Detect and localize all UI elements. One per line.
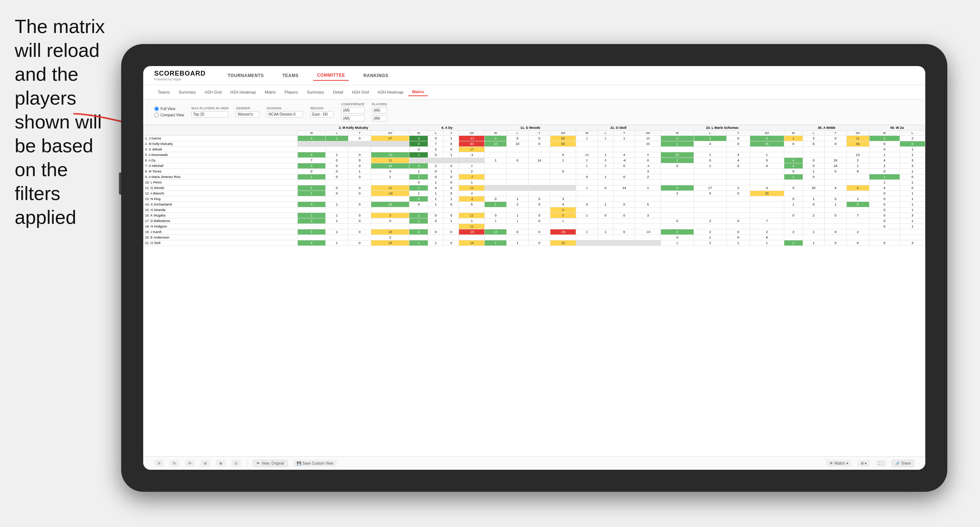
sub-l4: L <box>598 131 613 136</box>
full-view-option[interactable]: Full View <box>154 106 184 111</box>
table-row: 11. G Woods 50011 14011 10141 01724 0204… <box>143 185 925 191</box>
gender-select[interactable]: Women's Men's <box>236 111 259 117</box>
nav-tournaments[interactable]: TOURNAMENTS <box>224 71 268 80</box>
redo-button[interactable]: ↻ <box>170 460 179 467</box>
view-icon: 👁 <box>256 461 260 465</box>
table-row: 15. H Stranda 9 01 <box>143 207 925 213</box>
compact-view-radio[interactable] <box>154 113 159 117</box>
players-select[interactable]: (All) <box>372 107 387 113</box>
col-header-ady: 6. A Dy <box>409 125 485 131</box>
matrix-table: 2. M Kelly Mulcahy 6. A Dy 11. G Woods 2… <box>143 125 925 246</box>
sub-w2: W <box>409 131 428 136</box>
watch-button[interactable]: 👁 Watch ▾ <box>826 460 851 467</box>
nav-bar: SCOREBOARD Powered by clippd TOURNAMENTS… <box>143 66 925 85</box>
player-col-header <box>143 125 298 136</box>
player-name: 11. G Woods <box>143 185 298 191</box>
sub-l5: L <box>694 131 727 136</box>
subnav-h2h-heatmap[interactable]: H2H Heatmap <box>227 89 259 96</box>
share-icon: 🔗 <box>895 461 900 465</box>
player-name: 18. H Hodgson <box>143 224 298 229</box>
conference-label: Conference <box>341 102 364 106</box>
division-select[interactable]: NCAA Division II NCAA Division I NCAA Di… <box>267 111 303 117</box>
player-name: 9. A Maria Jimenez Rios <box>143 174 298 180</box>
player-name: 3. S Jelinek <box>143 147 298 152</box>
table-row: 5. A Nomrowski 310-11 101-1 0 14140 2513… <box>143 152 925 158</box>
player-name: 21. O Stoll <box>143 240 298 246</box>
player-name: 2. M Kelly Mulcahy <box>143 141 298 147</box>
col-header-za: 60. W Za <box>869 125 925 131</box>
col-header-stoll: 21. O Stoll <box>576 125 661 131</box>
full-view-label: Full View <box>161 107 175 111</box>
tablet-device: SCOREBOARD Powered by clippd TOURNAMENTS… <box>121 44 947 492</box>
table-container[interactable]: 2. M Kelly Mulcahy 6. A Dy 11. G Woods 2… <box>143 125 925 456</box>
subnav-h2h-grid2[interactable]: H2H Grid <box>348 89 373 96</box>
subnav-h2h-grid[interactable]: H2H Grid <box>201 89 225 96</box>
conference-select[interactable]: (All) <box>341 107 364 113</box>
settings-button[interactable]: ⚙ ▾ <box>858 460 870 467</box>
player-name: 8. M Torres <box>143 169 298 174</box>
gender-label: Gender <box>236 106 259 110</box>
table-row: 6. A Dy 70011 10141 20-40 1040 40242 43 <box>143 158 925 163</box>
sub-t3: T <box>528 131 550 136</box>
subnav-detail[interactable]: Detail <box>329 89 347 96</box>
sub-l6: L <box>803 131 825 136</box>
col-header-webb: 38. A Webb <box>784 125 869 131</box>
zoom-out-button[interactable]: ⊖ <box>200 460 210 467</box>
full-view-radio[interactable] <box>154 106 159 111</box>
sub-l3: L <box>506 131 528 136</box>
player-name: 15. H Stranda <box>143 207 298 213</box>
table-row: 18. H Hodgson 11 01 <box>143 224 925 229</box>
subnav-summary[interactable]: Summary <box>175 89 199 96</box>
conference-select2[interactable]: (All) <box>341 115 364 121</box>
region-select[interactable]: East - DII (All) <box>310 111 334 117</box>
player-name: 16. K Mcgaha <box>143 213 298 218</box>
max-players-select[interactable]: Top 25 Top 10 Top 50 <box>191 111 228 117</box>
bottom-toolbar: ↺ ↻ ⟳ ⊖ ⊕ ⊙ 👁 View: Original 💾 Save Cust… <box>143 456 925 470</box>
player-name: 13. N Klug <box>143 196 298 202</box>
subnav-matrix2[interactable]: Matrix <box>408 88 427 96</box>
logo-area: SCOREBOARD Powered by clippd <box>154 70 205 81</box>
logo-title: SCOREBOARD <box>154 70 205 78</box>
gender-filter: Gender Women's Men's <box>236 106 259 117</box>
undo-button[interactable]: ↺ <box>154 460 164 467</box>
toolbar-sep1 <box>247 459 247 467</box>
table-row: 13. N Klug 011-2 0103 0101 01 <box>143 196 925 202</box>
view-options: Full View Compact View <box>154 106 184 117</box>
subnav-h2h-heatmap2[interactable]: H2H Heatmap <box>374 89 407 96</box>
player-name: 12. A Bianchi <box>143 191 298 196</box>
save-custom-button[interactable]: 💾 Save Custom View <box>293 460 337 467</box>
player-name: 20. E Andersson <box>143 235 298 240</box>
player-name: 14. S Srichantamit <box>143 202 298 207</box>
table-row: 3. S Jelinek 02017 01 <box>143 147 925 152</box>
table-row: 8. M Torres 0010 1012 0 3 0108 01 <box>143 169 925 174</box>
sub-t4: T <box>613 131 635 136</box>
nav-committee[interactable]: COMMITTEE <box>313 70 349 81</box>
refresh-button[interactable]: ⟳ <box>185 460 195 467</box>
expand-button[interactable]: ⛶ <box>876 460 886 467</box>
players-select2[interactable]: (All) <box>372 115 387 121</box>
nav-teams[interactable]: TEAMS <box>279 71 302 80</box>
subnav-summary2[interactable]: Summary <box>303 89 328 96</box>
sub-t6: T <box>825 131 847 136</box>
nav-rankings[interactable]: RANKINGS <box>360 71 392 80</box>
share-button[interactable]: 🔗 Share <box>892 460 914 467</box>
sub-l2: L <box>428 131 444 136</box>
sub-d4: Dif <box>635 131 661 136</box>
sub-t1: T <box>348 131 371 136</box>
sub-d3: Dif <box>550 131 576 136</box>
logo-subtitle: Powered by clippd <box>154 78 205 81</box>
sub-l1: L <box>325 131 348 136</box>
subnav-teams[interactable]: Teams <box>154 89 173 96</box>
col-header-mulcahy: 2. M Kelly Mulcahy <box>298 125 409 131</box>
players-filter: Players (All) (All) <box>372 102 387 121</box>
view-original-button[interactable]: 👁 View: Original <box>253 460 288 467</box>
save-icon: 💾 <box>297 461 301 465</box>
player-name: 5. A Nomrowski <box>143 152 298 158</box>
compact-view-option[interactable]: Compact View <box>154 113 184 117</box>
zoom-in-button[interactable]: ⊕ <box>216 460 226 467</box>
subnav-players[interactable]: Players <box>281 89 302 96</box>
tablet-screen: SCOREBOARD Powered by clippd TOURNAMENTS… <box>143 66 925 470</box>
tablet-side-button <box>119 173 121 195</box>
reset-button[interactable]: ⊙ <box>231 460 241 467</box>
subnav-matrix[interactable]: Matrix <box>261 89 279 96</box>
